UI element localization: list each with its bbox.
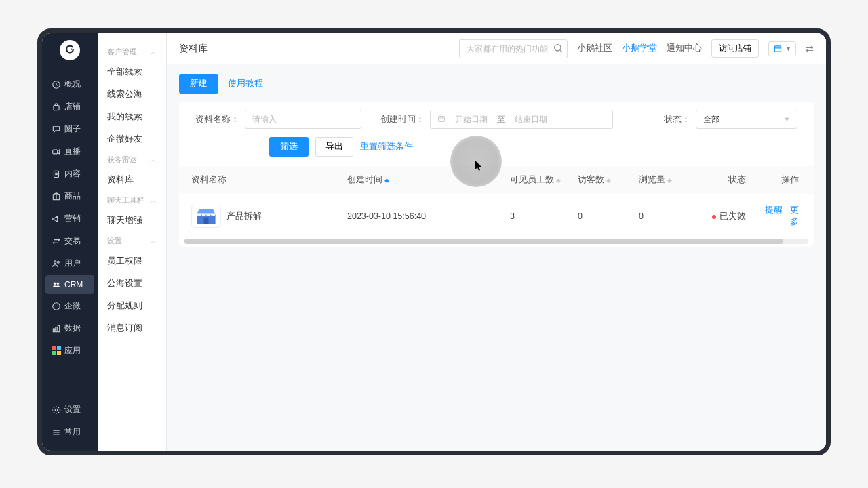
swap-icon[interactable]: ⇄ xyxy=(806,43,814,54)
svg-rect-2 xyxy=(54,105,59,110)
chevron-up-icon: ︿ xyxy=(150,237,157,246)
nav-label: 应用 xyxy=(64,345,81,357)
sidebar-group-title[interactable]: 客户管理︿ xyxy=(98,43,166,61)
nav-label: 数据 xyxy=(64,323,81,334)
remind-link[interactable]: 提醒 xyxy=(765,205,783,215)
nav-item-user[interactable]: 用户 xyxy=(45,253,94,274)
table: 资料名称 创建时间◆ 可见员工数◆ 访客数◆ 浏览量◆ 状态 操作 xyxy=(179,166,814,244)
col-name: 资料名称 xyxy=(187,174,343,186)
col-vis[interactable]: 访客数◆ xyxy=(574,174,635,186)
nav-label: 商品 xyxy=(64,190,81,202)
nav-item-overview[interactable]: 概况 xyxy=(45,74,94,95)
search-input[interactable] xyxy=(459,39,568,58)
crm-icon xyxy=(52,280,61,289)
doc-icon xyxy=(52,169,61,179)
nav-label: 设置 xyxy=(64,404,81,415)
col-time[interactable]: 创建时间◆ xyxy=(343,174,506,186)
col-status: 状态 xyxy=(696,174,750,186)
sidebar-item[interactable]: 消息订阅 xyxy=(98,317,166,340)
svg-point-22 xyxy=(555,44,561,50)
nav-item-goods[interactable]: 商品 xyxy=(45,186,94,207)
nav-label: 交易 xyxy=(64,235,81,247)
list-icon xyxy=(52,428,61,437)
svg-point-13 xyxy=(55,305,56,306)
chevron-down-icon: ▼ xyxy=(784,116,790,123)
nav-item-marketing[interactable]: 营销 xyxy=(45,208,94,229)
bag-icon xyxy=(52,102,61,112)
item-name: 产品拆解 xyxy=(226,211,262,222)
link-notify[interactable]: 通知中心 xyxy=(667,43,702,54)
nav-item-crm[interactable]: CRM xyxy=(45,275,94,294)
filter-name-input[interactable] xyxy=(245,110,361,129)
sidebar-item[interactable]: 全部线索 xyxy=(98,61,166,83)
status-select[interactable]: 全部 ▼ xyxy=(696,110,797,129)
cell-emp: 3 xyxy=(506,211,574,221)
sidebar-item[interactable]: 员工权限 xyxy=(98,250,166,272)
table-row[interactable]: 产品拆解 2023-03-10 15:56:40 3 0 0 已失效 提醒 更多 xyxy=(179,194,814,239)
horizontal-scrollbar[interactable] xyxy=(184,239,808,244)
apps-icon xyxy=(52,346,61,355)
visit-shop-button[interactable]: 访问店铺 xyxy=(711,39,759,58)
nav-item-trade[interactable]: 交易 xyxy=(45,230,94,251)
box-icon xyxy=(52,192,61,201)
sidebar-group-title[interactable]: 获客雷达︿ xyxy=(98,150,166,169)
nav-label: 营销 xyxy=(64,213,81,224)
sidebar-item[interactable]: 企微好友 xyxy=(98,128,166,150)
sidebar-item[interactable]: 分配规则 xyxy=(98,295,166,317)
filter-status-label: 状态： xyxy=(664,114,690,125)
sidebar-item[interactable]: 资料库 xyxy=(98,169,166,191)
sort-icon: ◆ xyxy=(667,177,672,184)
people-icon xyxy=(52,259,61,268)
filter-name-label: 资料名称： xyxy=(195,114,239,125)
nav-item-qw[interactable]: 企微 xyxy=(45,296,94,317)
sidebar-item[interactable]: 聊天增强 xyxy=(98,209,166,232)
clock-icon xyxy=(52,80,61,89)
nav-item-settings[interactable]: 设置 xyxy=(45,399,94,420)
nav-item-content[interactable]: 内容 xyxy=(45,163,94,184)
sort-icon: ◆ xyxy=(384,177,389,184)
svg-point-10 xyxy=(54,283,56,285)
reset-filter-link[interactable]: 重置筛选条件 xyxy=(360,141,413,152)
chevron-up-icon: ︿ xyxy=(150,196,157,205)
cell-vis: 0 xyxy=(574,211,635,221)
search-icon[interactable] xyxy=(553,43,564,56)
tutorial-link[interactable]: 使用教程 xyxy=(228,78,263,89)
horn-icon xyxy=(52,214,61,224)
nav-item-favorites[interactable]: 常用 xyxy=(45,422,94,443)
filter-panel: 资料名称： 创建时间： 开始日期 至 结束日期 状态： 全部 ▼ xyxy=(179,102,814,247)
nav-item-circle[interactable]: 圈子 xyxy=(45,119,94,140)
date-range-input[interactable]: 开始日期 至 结束日期 xyxy=(430,110,613,129)
sidebar-item[interactable]: 我的线索 xyxy=(98,106,166,128)
sidebar-group-title[interactable]: 设置︿ xyxy=(98,232,166,250)
export-button[interactable]: 导出 xyxy=(315,137,353,157)
svg-rect-17 xyxy=(58,325,59,331)
sidebar-item[interactable]: 线索公海 xyxy=(98,83,166,106)
nav-item-apps[interactable]: 应用 xyxy=(45,340,94,361)
nav-item-live[interactable]: 直播 xyxy=(45,141,94,162)
more-link[interactable]: 更多 xyxy=(790,205,799,226)
svg-rect-15 xyxy=(53,329,54,332)
nav-label: 直播 xyxy=(64,146,81,157)
svg-point-0 xyxy=(71,48,72,49)
svg-rect-3 xyxy=(53,150,58,154)
nav-label: 圈子 xyxy=(64,123,81,135)
link-school[interactable]: 小鹅学堂 xyxy=(622,43,657,54)
chevron-up-icon: ︿ xyxy=(150,155,157,165)
filter-button[interactable]: 筛选 xyxy=(269,137,309,157)
col-emp[interactable]: 可见员工数◆ xyxy=(506,174,574,186)
svg-point-8 xyxy=(54,260,57,263)
sort-icon: ◆ xyxy=(556,177,561,184)
nav-item-shop[interactable]: 店铺 xyxy=(45,96,94,117)
primary-nav: 概况店铺圈子直播内容商品营销交易用户CRM企微数据应用 设置常用 xyxy=(42,33,98,451)
sidebar-item[interactable]: 公海设置 xyxy=(98,272,166,295)
cell-time: 2023-03-10 15:56:40 xyxy=(343,211,506,221)
svg-point-9 xyxy=(57,261,59,263)
nav-item-data[interactable]: 数据 xyxy=(45,318,94,339)
logo[interactable] xyxy=(60,40,80,60)
col-view[interactable]: 浏览量◆ xyxy=(635,174,696,186)
new-button[interactable]: 新建 xyxy=(179,74,218,94)
sidebar-group-title[interactable]: 聊天工具栏︿ xyxy=(98,191,166,209)
main-area: 资料库 小鹅社区 小鹅学堂 通知中心 访问店铺 ▼ ⇄ 新建 使用教程 xyxy=(167,33,826,451)
shop-switcher[interactable]: ▼ xyxy=(768,41,796,56)
link-community[interactable]: 小鹅社区 xyxy=(577,43,612,54)
